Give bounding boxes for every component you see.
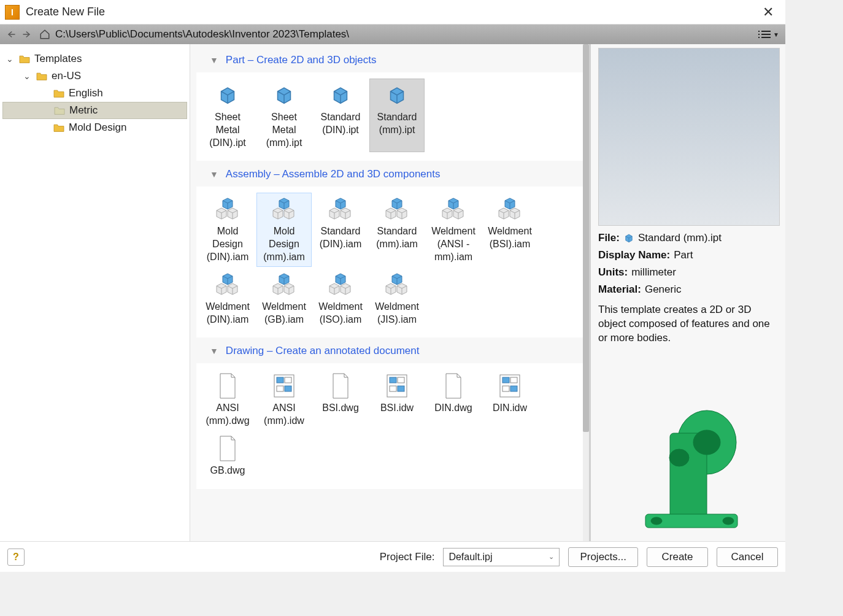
dwg-icon [214, 436, 241, 461]
template-item[interactable]: ANSI (mm).idw [256, 369, 312, 431]
template-item[interactable]: GB.dwg [200, 432, 255, 480]
close-button[interactable]: ✕ [756, 4, 780, 20]
template-item[interactable]: Standard (DIN).iam [313, 193, 368, 266]
app-icon: I [5, 5, 20, 20]
template-item-label: Standard (mm).iam [371, 225, 423, 251]
template-item[interactable]: Mold Design (DIN).iam [200, 193, 255, 266]
tree-folder[interactable]: Mold Design [2, 119, 187, 136]
main-area: ⌄ Templates ⌄ en-US EnglishMetricMold De… [0, 44, 785, 541]
units-value: millimeter [631, 266, 676, 279]
svg-point-96 [723, 517, 734, 525]
display-name-value: Part [674, 249, 693, 261]
template-item-label: Sheet Metal (mm).ipt [258, 111, 310, 149]
home-button[interactable] [38, 28, 52, 41]
tree-folder-label: English [69, 87, 103, 99]
template-item-label: Mold Design (DIN).iam [202, 225, 253, 263]
project-file-select[interactable]: Default.ipj ⌄ [443, 548, 560, 566]
template-item-label: GB.dwg [210, 464, 245, 477]
template-item[interactable]: Weldment (ANSI - mm).iam [426, 193, 481, 266]
template-item-label: Weldment (ANSI - mm).iam [428, 225, 479, 263]
template-item-label: Weldment (GB).iam [258, 301, 310, 326]
template-item[interactable]: Weldment (JIS).iam [369, 268, 425, 329]
project-file-label: Project File: [380, 551, 435, 563]
template-item[interactable]: ANSI (mm).dwg [200, 369, 255, 431]
section-body: ANSI (mm).dwg ANSI (mm).idwBSI.dwg BSI.i… [196, 363, 589, 488]
chevron-down-icon: ⌄ [549, 553, 554, 561]
section-title: Assembly – Assemble 2D and 3D components [226, 168, 441, 180]
section-header[interactable]: ▼Part – Create 2D and 3D objects [196, 47, 589, 72]
chevron-down-icon: ▼ [210, 169, 218, 179]
file-value: Standard (mm).ipt [638, 232, 722, 244]
template-item[interactable]: DIN.dwg [426, 369, 481, 431]
forward-button[interactable] [21, 28, 34, 41]
tree-folder[interactable]: Metric [2, 102, 187, 119]
scrollbar-thumb[interactable] [583, 44, 589, 432]
template-item[interactable]: DIN.idw [482, 369, 537, 431]
part-icon [383, 83, 410, 107]
expander-icon[interactable]: ⌄ [23, 71, 32, 81]
template-item-label: DIN.dwg [434, 402, 472, 415]
scrollbar-track[interactable] [583, 44, 589, 541]
asm-icon [214, 272, 241, 297]
idw-icon [271, 374, 298, 398]
template-item-label: Weldment (JIS).iam [371, 301, 423, 326]
help-button[interactable]: ? [7, 549, 25, 566]
tree-locale[interactable]: ⌄ en-US [2, 67, 187, 85]
asm-icon [383, 272, 410, 297]
section-header[interactable]: ▼Assembly – Assemble 2D and 3D component… [196, 161, 589, 187]
template-item[interactable]: Weldment (ISO).iam [313, 268, 368, 329]
asm-icon [327, 272, 354, 297]
template-item[interactable]: Weldment (GB).iam [256, 268, 312, 329]
back-button[interactable] [4, 28, 17, 41]
tree-root-label: Templates [34, 53, 82, 65]
path-toolbar: C:\Users\Public\Documents\Autodesk\Inven… [0, 25, 785, 44]
template-item[interactable]: Standard (mm).ipt [369, 79, 425, 152]
part-icon [327, 83, 354, 107]
asm-icon [271, 197, 298, 221]
svg-rect-88 [510, 386, 517, 391]
projects-button[interactable]: Projects... [568, 547, 638, 567]
tree-root[interactable]: ⌄ Templates [2, 50, 187, 67]
template-item[interactable]: Sheet Metal (DIN).ipt [200, 79, 255, 152]
section-title: Drawing – Create an annotated document [226, 345, 420, 357]
template-list: ▼Part – Create 2D and 3D objectsSheet Me… [190, 44, 589, 541]
svg-rect-78 [285, 386, 291, 391]
template-item-label: DIN.idw [493, 402, 527, 415]
cancel-button[interactable]: Cancel [717, 547, 778, 567]
idw-icon [383, 374, 410, 398]
template-item[interactable]: Standard (mm).iam [369, 193, 425, 266]
chevron-down-icon: ▼ [773, 31, 779, 38]
svg-rect-87 [502, 386, 509, 391]
svg-rect-80 [390, 377, 396, 383]
expander-icon[interactable]: ⌄ [6, 54, 15, 64]
svg-point-95 [651, 517, 662, 525]
template-item-label: Weldment (ISO).iam [315, 301, 366, 326]
section-body: Sheet Metal (DIN).iptSheet Metal (mm).ip… [196, 72, 589, 161]
template-item[interactable]: Weldment (BSI).iam [482, 193, 537, 266]
display-name-label: Display Name: [598, 249, 670, 261]
svg-rect-86 [510, 377, 517, 383]
template-item[interactable]: BSI.dwg [313, 369, 368, 431]
svg-rect-76 [285, 377, 291, 383]
create-button[interactable]: Create [647, 547, 708, 567]
svg-point-97 [693, 430, 720, 455]
template-item-label: Standard (mm).ipt [371, 111, 423, 137]
window-title: Create New File [26, 6, 756, 18]
svg-point-93 [669, 449, 689, 466]
tree-panel: ⌄ Templates ⌄ en-US EnglishMetricMold De… [0, 44, 190, 541]
template-item[interactable]: Mold Design (mm).iam [256, 193, 312, 266]
folder-icon [36, 71, 48, 81]
template-item[interactable]: Standard (DIN).ipt [313, 79, 368, 152]
template-item[interactable]: Sheet Metal (mm).ipt [256, 79, 312, 152]
asm-icon [496, 197, 523, 221]
tree-folder[interactable]: English [2, 85, 187, 102]
svg-rect-85 [502, 377, 509, 383]
section-header[interactable]: ▼Drawing – Create an annotated document [196, 337, 589, 363]
asm-icon [214, 197, 241, 221]
view-menu-button[interactable]: ▼ [757, 29, 782, 39]
template-item[interactable]: Weldment (DIN).iam [200, 268, 255, 329]
path-text[interactable]: C:\Users\Public\Documents\Autodesk\Inven… [55, 28, 753, 40]
template-item[interactable]: BSI.idw [369, 369, 425, 431]
svg-rect-83 [398, 386, 404, 391]
folder-icon [53, 106, 66, 115]
